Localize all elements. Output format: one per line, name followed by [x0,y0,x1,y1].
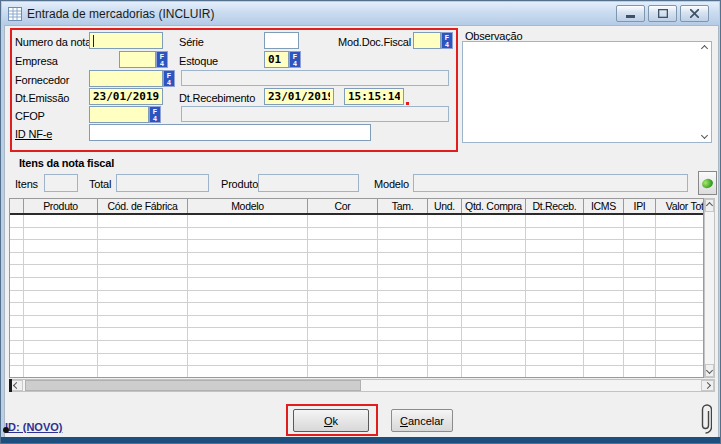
estoque-f4-lookup-button[interactable]: F4 [289,51,301,68]
grid-row[interactable] [10,265,704,278]
grid-row[interactable] [10,303,704,316]
grid-cell [462,366,526,378]
cfop-f4-lookup-button[interactable]: F4 [149,106,161,123]
dt-emissao-input[interactable] [89,88,163,105]
mod-doc-fiscal-input[interactable] [413,32,441,49]
grid-cell [10,316,24,328]
grid-cell [656,240,704,252]
grid-cell [98,228,188,240]
grid-cell [624,328,656,340]
grid-cell [526,253,584,265]
grid-cell [188,240,308,252]
grid-cell [584,215,624,227]
grid-cell [24,341,98,353]
grid-cell [98,265,188,277]
ok-button[interactable]: Ok [293,409,369,432]
dt-recebimento-time-input[interactable] [344,88,404,105]
grid-cell [656,341,704,353]
grid-row[interactable] [10,240,704,253]
dt-recebimento-date-input[interactable] [264,88,334,105]
cancelar-button[interactable]: Cancelar [391,409,453,432]
grid-row[interactable] [10,341,704,354]
grid-scroll-up-button[interactable] [705,199,714,212]
grid-cell [428,215,462,227]
grid-cell [308,278,378,290]
minimize-button[interactable] [616,5,645,22]
total-label: Total [89,178,111,190]
grid-row[interactable] [10,278,704,291]
grid-vertical-scrollbar[interactable] [704,198,715,378]
grid-cell [526,341,584,353]
grid-cell [308,303,378,315]
grid-row[interactable] [10,291,704,304]
grid-row[interactable] [10,215,704,228]
itens-section-title: Itens da nota fiscal [19,157,114,169]
grid-cell [10,240,24,252]
grid-cell [624,240,656,252]
grid-cell [584,253,624,265]
paperclip-icon[interactable] [699,403,712,435]
grid-cell [624,278,656,290]
estoque-input[interactable] [264,51,289,68]
grid-cell [24,265,98,277]
id-nfe-input[interactable] [89,124,371,141]
search-icon [701,177,714,189]
grid-row[interactable] [10,354,704,367]
grid-cell [10,354,24,366]
grid-row[interactable] [10,366,704,378]
grid-cell [428,265,462,277]
grid-cell [462,278,526,290]
grid-cell [98,328,188,340]
grid-horizontal-scrollbar[interactable] [9,379,715,392]
close-button[interactable] [680,5,709,22]
grid-header-cell: Tam. [378,199,428,213]
mod-doc-fiscal-f4-lookup-button[interactable]: F4 [441,32,453,49]
grid-cell [98,316,188,328]
observacao-textarea[interactable] [462,41,712,143]
serie-input[interactable] [264,32,299,49]
numero-da-nota-input[interactable] [89,32,163,49]
grid-cell [188,291,308,303]
grid-row[interactable] [10,316,704,329]
grid-cell [98,278,188,290]
grid-cell [378,240,428,252]
fornecedor-f4-lookup-button[interactable]: F4 [163,70,175,87]
grid-cell [378,215,428,227]
grid-horizontal-scroll-thumb[interactable] [25,380,361,391]
titlebar[interactable]: Entrada de mercadorias (INCLUIR) [2,2,719,25]
minimize-icon [626,9,635,18]
grid-row[interactable] [10,328,704,341]
empresa-f4-lookup-button[interactable]: F4 [156,51,168,68]
grid-cell [98,240,188,252]
grid-cell [378,228,428,240]
grid-cell [624,354,656,366]
grid-row[interactable] [10,253,704,266]
grid-row[interactable] [10,228,704,241]
search-product-button[interactable] [698,171,717,195]
grid-cell [24,303,98,315]
empresa-input[interactable] [119,51,156,68]
observacao-scrollbar[interactable] [698,43,711,141]
id-nfe-label[interactable]: ID NF-e [15,128,52,140]
grid-cell [462,291,526,303]
grid-scroll-right-button[interactable] [701,380,714,391]
fornecedor-input[interactable] [89,70,163,87]
scroll-down-icon[interactable] [701,132,708,139]
grid-cell [188,303,308,315]
chevron-down-icon [706,367,713,374]
grid-cell [624,265,656,277]
maximize-button[interactable] [648,5,677,22]
grid-cell [428,341,462,353]
id-novo-link[interactable]: ID: (NOVO) [5,421,62,433]
scroll-up-icon[interactable] [701,45,708,52]
grid-cell [188,228,308,240]
grid-cell [624,215,656,227]
cfop-input[interactable] [89,106,149,123]
grid-scroll-down-button[interactable] [705,364,714,377]
grid-header-cell [10,199,24,213]
itens-grid[interactable]: ProdutoCód. de FábricaModeloCorTam.Und.Q… [9,198,704,378]
grid-cell [462,253,526,265]
grid-cell [584,291,624,303]
grid-cell [10,253,24,265]
grid-header-cell: Cód. de Fábrica [98,199,188,213]
